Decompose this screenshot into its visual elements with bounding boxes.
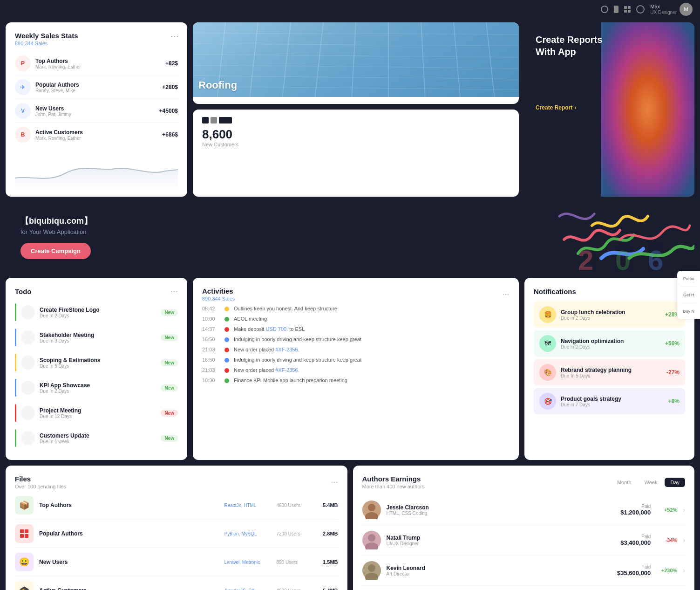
notif-title: Notifications — [534, 288, 576, 295]
todo-item-1: Create FireStone Logo Due In 2 Days New — [15, 300, 178, 325]
act-dot-8 — [224, 378, 229, 383]
stat-value-1: +82$ — [165, 60, 178, 67]
act-dot-6 — [224, 358, 229, 363]
paid-label-1: Paid — [620, 504, 651, 509]
search-icon[interactable] — [601, 6, 608, 13]
act-dot-5 — [224, 348, 229, 352]
file-item-4: 🎓 Active Customers AngularJS, C# 4600 Us… — [15, 576, 338, 590]
tab-month[interactable]: Month — [612, 478, 637, 487]
roofing-title: Roofing — [198, 79, 237, 91]
popular-authors-icon: ✈ — [15, 79, 31, 95]
file-item-2: Popular Authors Python, MySQL 7200 Users… — [15, 520, 338, 548]
svg-rect-22 — [25, 534, 28, 538]
todo-badge-4: New — [161, 384, 178, 391]
todo-check-4[interactable] — [21, 381, 35, 395]
row1: Weekly Sales Stats 890,344 Sales ⋯ P Top… — [6, 22, 694, 197]
author-change-2: -34% — [656, 537, 677, 543]
notif-icon-2: 🗺 — [539, 335, 556, 352]
battery-icon — [614, 6, 618, 13]
sales-subtitle: 890,344 Sales — [15, 41, 178, 46]
stat-value-3: +4500$ — [159, 108, 178, 114]
stat-active-customers: B Active Customers Mark, Rowling, Esther… — [15, 123, 178, 146]
new-users-icon: V — [15, 103, 31, 119]
stat-top-authors: P Top Authors Mark, Rowling, Esther +82$ — [15, 52, 178, 75]
file-tags-4: AngularJS, C# — [224, 588, 271, 590]
notif-3: 🎨 Rebrand strategy planning Due In 5 Day… — [534, 359, 685, 385]
stat-popular-authors: ✈ Popular Authors Randy, Steve, Mike +28… — [15, 75, 178, 99]
stat-name-2: Popular Authors — [35, 82, 157, 88]
tab-week[interactable]: Week — [639, 478, 663, 487]
create-reports-card: Create ReportsWith App Create Report › — [524, 22, 694, 197]
create-report-btn[interactable]: Create Report › — [536, 104, 683, 111]
notif-icon-3: 🎨 — [539, 364, 556, 381]
todo-check-1[interactable] — [21, 305, 35, 319]
reports-content: Create ReportsWith App Create Report › — [524, 22, 694, 122]
brightness-icon[interactable] — [636, 5, 645, 14]
grid-icon[interactable] — [624, 6, 631, 13]
create-campaign-button[interactable]: Create Campaign — [20, 243, 91, 259]
todo-check-3[interactable] — [21, 356, 35, 370]
svg-text:6: 6 — [648, 245, 663, 272]
stat-authors-2: Randy, Steve, Mike — [35, 88, 157, 93]
earnings-tabs[interactable]: Month Week Day — [612, 478, 685, 487]
file-item-3: 😀 New Users Laravel, Metronic 890 Users … — [15, 548, 338, 576]
notif-4: 🎯 Product goals strategy Due in 7 Days +… — [534, 388, 685, 414]
roofing-title-wrapper: Roofing — [198, 79, 237, 91]
todo-item-6: Customers Update Due In 1 week New — [15, 425, 178, 451]
todo-item-4: KPI App Showcase Due In 2 Days New — [15, 375, 178, 400]
todo-bar-2 — [15, 329, 16, 346]
todo-check-2[interactable] — [21, 330, 35, 344]
stat-new-users: V New Users John, Pat, Jimmy +4500$ — [15, 99, 178, 123]
todo-bar-6 — [15, 429, 16, 447]
side-item-buyn[interactable]: Buy N — [681, 307, 696, 316]
cust-icon-dark — [202, 117, 209, 123]
user-name: Max — [650, 4, 677, 10]
file-tags-2: Python, MySQL — [224, 531, 271, 536]
activity-3: 14:37 Make deposit USD 700. to ESL — [202, 324, 510, 334]
campaign-subtitle: for Your Web Application — [20, 228, 92, 235]
activities-menu[interactable]: ⋯ — [502, 290, 510, 299]
svg-text:0: 0 — [615, 245, 631, 272]
author-2: Natali Trump UI/UX Designer Paid $3,400,… — [362, 525, 686, 556]
reports-title: Create ReportsWith App — [536, 34, 683, 58]
weekly-sales-card: Weekly Sales Stats 890,344 Sales ⋯ P Top… — [6, 22, 187, 197]
todo-check-6[interactable] — [21, 431, 35, 445]
activity-4: 16:50 Indulging in poorly driving and ke… — [202, 334, 510, 344]
activities-list: 08:42 Outlines keep you honest. And keep… — [202, 303, 510, 385]
files-menu[interactable]: ⋯ — [331, 478, 338, 487]
topbar: Max UX Designer M — [0, 0, 700, 19]
author-arrow-1[interactable]: › — [683, 506, 685, 514]
todo-item-2: Stakeholder Meeting Due In 3 Days New — [15, 325, 178, 350]
file-size-4: 5.4MB — [315, 588, 338, 590]
act-dot-7 — [224, 368, 229, 373]
customers-icons — [202, 117, 510, 123]
side-item-prebu[interactable]: Prebu — [681, 274, 696, 283]
author-arrow-3[interactable]: › — [683, 567, 685, 574]
deposit-link[interactable]: USD 700. — [265, 326, 288, 332]
user-role: UX Designer — [650, 10, 677, 15]
campaign-content: 【biqubiqu.com】 for Your Web Application … — [20, 215, 92, 259]
tab-day[interactable]: Day — [665, 478, 685, 487]
file-size-3: 1.5MB — [315, 559, 338, 565]
side-panel: Prebu Get H Buy N — [677, 271, 700, 319]
todo-bar-4 — [15, 379, 16, 397]
stat-authors-3: John, Pat, Jimmy — [35, 112, 155, 117]
todo-card: Todo ⋯ Create FireStone Logo Due In 2 Da… — [6, 278, 187, 460]
activity-6: 16:50 Indulging in poorly driving and ke… — [202, 355, 510, 365]
notif-icon-4: 🎯 — [539, 393, 556, 410]
author-arrow-2[interactable]: › — [683, 536, 685, 544]
user-info: Max UX Designer M — [650, 3, 693, 16]
svg-rect-21 — [20, 534, 24, 538]
activity-7: 21:03 New order placed #XF-2356. — [202, 365, 510, 375]
todo-menu[interactable]: ⋯ — [170, 287, 178, 296]
notif-value-4: +8% — [668, 398, 680, 405]
file-users-4: 4600 Users — [277, 588, 309, 590]
avatar[interactable]: M — [680, 3, 693, 16]
order-link-2[interactable]: #XF-2356. — [275, 367, 299, 373]
author-3: Kevin Leonard Art Director Paid $35,600,… — [362, 556, 686, 586]
side-item-geth[interactable]: Get H — [681, 291, 696, 299]
sales-menu[interactable]: ⋯ — [170, 31, 179, 41]
order-link-1[interactable]: #XF-2356. — [275, 347, 299, 352]
todo-check-5[interactable] — [21, 406, 35, 420]
file-users-3: 890 Users — [277, 560, 309, 565]
